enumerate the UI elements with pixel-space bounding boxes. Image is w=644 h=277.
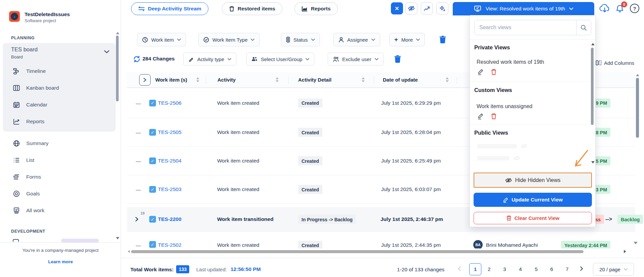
clear-filters-trash-icon[interactable]: [439, 36, 446, 44]
trend-chart-button[interactable]: [421, 2, 433, 14]
panel-scroll-down-arrow[interactable]: [591, 161, 595, 164]
views-search-input[interactable]: [475, 20, 576, 35]
sort-icon[interactable]: [276, 77, 279, 82]
table-horizontal-scrollbar[interactable]: [127, 248, 635, 255]
search-icon[interactable]: [576, 20, 591, 35]
page-size-select[interactable]: 20 / page: [593, 263, 634, 276]
edit-view-icon[interactable]: [477, 68, 484, 75]
sidebar-item-reports[interactable]: Reports: [0, 114, 121, 129]
table-vertical-scrollbar-thumb[interactable]: [636, 78, 639, 138]
page-4-button[interactable]: 4: [519, 266, 522, 272]
column-header-work-item[interactable]: Work item (s): [155, 77, 187, 83]
scroll-left-arrow[interactable]: [128, 250, 130, 253]
refresh-icon[interactable]: [133, 55, 140, 63]
work-item-key[interactable]: TES-2504: [158, 158, 182, 164]
footer-bar: Total Work items: 133 Last updated: 12:5…: [121, 258, 644, 277]
sidebar-item-kanban-board[interactable]: Kanban board: [0, 81, 121, 95]
collapse-dash-icon[interactable]: —: [136, 187, 141, 192]
sidebar-scroll-down-arrow[interactable]: [116, 237, 119, 239]
row-checkbox[interactable]: ✓: [149, 129, 156, 136]
sidebar-scrollbar-thumb[interactable]: [116, 36, 119, 101]
cloud-download-icon[interactable]: [599, 3, 610, 13]
filter-work-item[interactable]: Work item: [137, 33, 186, 46]
page-6-button[interactable]: 6: [550, 266, 553, 272]
hide-button[interactable]: [405, 2, 417, 14]
add-columns-button[interactable]: Add Columns: [596, 60, 634, 66]
sort-icon[interactable]: [446, 77, 449, 82]
row-checkbox[interactable]: ✓: [149, 157, 156, 164]
row-checkbox[interactable]: ✓: [149, 186, 156, 193]
table-scroll-down-arrow[interactable]: [634, 242, 638, 244]
sidebar-item-timeline[interactable]: Timeline: [0, 64, 121, 79]
filter-more[interactable]: + More: [389, 33, 425, 46]
row-checkbox[interactable]: ✓: [149, 100, 156, 106]
help-icon[interactable]: ?: [630, 4, 639, 13]
next-page-icon[interactable]: [580, 266, 583, 271]
collapse-dash-icon[interactable]: —: [136, 130, 141, 135]
sidebar-item-all-work[interactable]: All work: [0, 203, 121, 218]
sort-icon[interactable]: [362, 77, 365, 82]
page-7-button[interactable]: 7: [566, 266, 569, 272]
learn-more-link[interactable]: Learn more: [0, 259, 121, 264]
reports-button[interactable]: Reports: [294, 2, 338, 15]
panel-scroll-up-arrow[interactable]: [591, 43, 595, 45]
activity-detail-badge: Created: [298, 185, 322, 194]
work-item-key[interactable]: TES-2503: [158, 186, 182, 192]
collapse-dash-icon[interactable]: —: [136, 242, 141, 248]
work-item-key[interactable]: TES-2200: [158, 216, 182, 222]
page-5-button[interactable]: 5: [535, 266, 538, 272]
column-header-activity-detail[interactable]: Activity Detail: [298, 77, 331, 83]
row-checkbox[interactable]: ✓: [149, 216, 156, 223]
board-title[interactable]: TES board: [11, 46, 38, 53]
activity-cell: Work item transitioned: [217, 216, 274, 222]
update-current-view-button[interactable]: Update Current View: [474, 193, 592, 207]
table-scroll-up-arrow[interactable]: [636, 74, 639, 76]
filter-assignee[interactable]: Assignee: [333, 33, 380, 46]
scroll-right-arrow[interactable]: [624, 250, 626, 253]
sidebar-item-forms[interactable]: Forms: [0, 170, 121, 184]
sidebar-item-goals[interactable]: Goals: [0, 186, 121, 201]
page-3-button[interactable]: 3: [503, 266, 506, 272]
page-2-button[interactable]: 2: [488, 266, 491, 272]
sidebar-scroll-up-arrow[interactable]: [116, 32, 119, 34]
expand-all-button[interactable]: [139, 74, 151, 86]
page-1-button[interactable]: 1: [469, 263, 481, 275]
sidebar-item-summary[interactable]: Summary: [0, 136, 121, 151]
work-item-key[interactable]: TES-2506: [158, 100, 182, 106]
filter-exclude-user[interactable]: Exclude user: [328, 53, 384, 65]
collapse-dash-icon[interactable]: —: [136, 100, 141, 106]
column-header-date-of-update[interactable]: Date of update: [383, 77, 418, 83]
filter-work-item-type[interactable]: Work Item Type: [198, 33, 259, 46]
expand-row-icon[interactable]: [135, 217, 138, 222]
filter-select-user-group[interactable]: Select User/Group: [246, 53, 314, 65]
restored-items-label: Restored items: [238, 6, 275, 12]
view-item[interactable]: Work items unassigned: [477, 103, 532, 109]
ai-sparkles-button[interactable]: [436, 2, 448, 14]
clear-activity-filters-trash-icon[interactable]: [394, 55, 401, 63]
prev-page-icon[interactable]: [458, 266, 461, 271]
view-item[interactable]: Resolved work items of 19th: [477, 59, 544, 65]
close-stream-button[interactable]: ✕: [391, 2, 403, 14]
hide-hidden-views-button[interactable]: Hide Hidden Views: [474, 173, 592, 188]
table-row[interactable]: — ✓ TES-2502 Work item created Created J…: [127, 232, 635, 260]
sidebar-item-list[interactable]: List: [0, 153, 121, 168]
collapse-dash-icon[interactable]: —: [136, 158, 141, 164]
delete-view-icon[interactable]: [491, 113, 497, 120]
filter-activity-type[interactable]: Activity type: [183, 53, 236, 65]
sidebar-item-calendar[interactable]: Calendar: [0, 97, 121, 112]
row-checkbox[interactable]: ✓: [149, 241, 156, 248]
delete-view-icon[interactable]: [491, 68, 497, 75]
view-selector-button[interactable]: View: Resolved work items of 19th: [453, 2, 594, 15]
restored-items-button[interactable]: Restored items: [222, 2, 282, 15]
work-item-key[interactable]: TES-2502: [158, 242, 182, 248]
edit-view-icon[interactable]: [477, 113, 484, 120]
panel-scrollbar-thumb[interactable]: [591, 48, 594, 125]
chevron-down-icon[interactable]: [104, 50, 109, 53]
column-header-activity[interactable]: Activity: [217, 77, 236, 83]
clear-current-view-button[interactable]: Clear Current View: [474, 212, 592, 224]
deep-activity-stream-button[interactable]: Deep Activitiy Stream: [131, 2, 208, 15]
filter-status[interactable]: Status: [281, 33, 320, 46]
sort-icon[interactable]: [196, 77, 199, 82]
horizontal-scrollbar-thumb[interactable]: [131, 250, 583, 253]
work-item-key[interactable]: TES-2505: [158, 129, 182, 135]
